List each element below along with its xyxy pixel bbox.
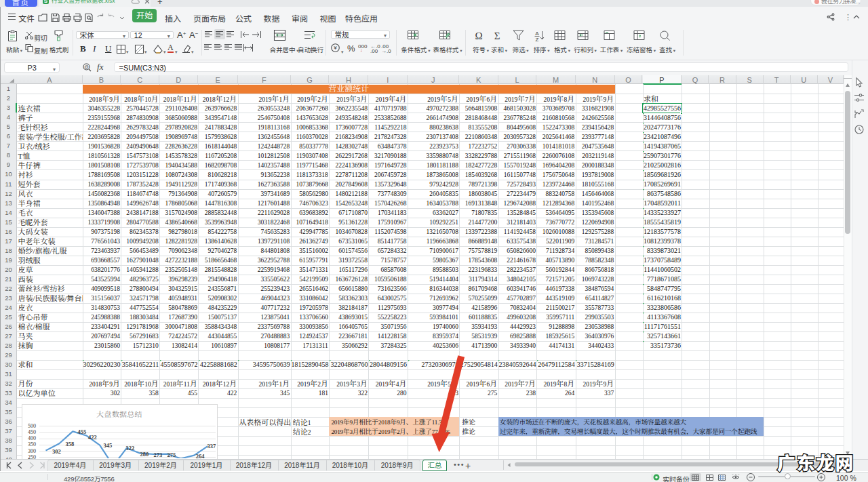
svg-text:广东龙网: 广东龙网 [777,449,854,475]
